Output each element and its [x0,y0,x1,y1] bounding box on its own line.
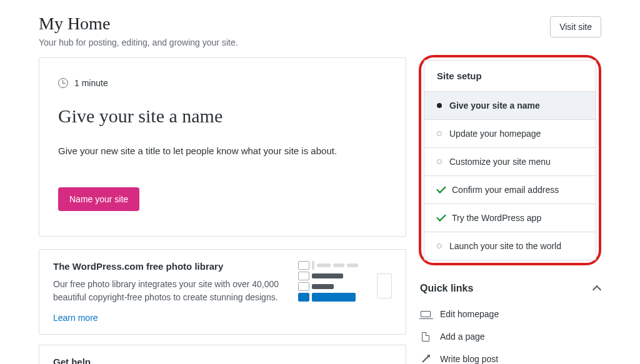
setup-item-launch-site[interactable]: Launch your site to the world [424,232,596,260]
name-your-site-button[interactable]: Name your site [58,187,139,211]
setup-item-label: Launch your site to the world [449,241,561,251]
bullet-pending-icon [437,159,442,164]
quick-link-edit-homepage[interactable]: Edit homepage [419,303,601,325]
get-help-card[interactable]: Get help [39,345,406,364]
quick-link-label: Write blog post [440,354,498,364]
setup-item-label: Customize your site menu [449,157,551,167]
setup-item-confirm-email[interactable]: Confirm your email address [424,176,596,204]
photo-card-description: Our free photo library integrates your s… [53,278,288,304]
setup-item-label: Give your site a name [449,101,540,111]
pen-icon [422,355,429,362]
task-card: 1 minute Give your site a name Give your… [39,57,406,237]
laptop-icon [421,311,431,317]
page-title: My Home [39,14,238,34]
check-icon [436,184,446,194]
site-setup-heading: Site setup [424,61,596,92]
setup-item-name-site[interactable]: Give your site a name [424,92,596,120]
setup-item-customize-menu[interactable]: Customize your site menu [424,148,596,176]
quick-link-label: Add a page [440,332,485,342]
setup-item-label: Try the WordPress app [452,213,541,223]
photo-library-card: The WordPress.com free photo library Our… [39,249,406,335]
bullet-active-icon [437,103,442,108]
bullet-pending-icon [437,131,442,136]
photo-card-title: The WordPress.com free photo library [53,261,288,272]
setup-item-try-app[interactable]: Try the WordPress app [424,204,596,232]
task-duration: 1 minute [74,78,108,88]
quick-links-header[interactable]: Quick links [419,279,601,303]
task-title: Give your site a name [58,106,387,127]
quick-links-heading: Quick links [420,283,473,294]
help-title: Get help [53,357,91,364]
learn-more-link[interactable]: Learn more [53,313,98,323]
setup-item-update-homepage[interactable]: Update your homepage [424,120,596,148]
chevron-up-icon [592,285,601,294]
setup-item-label: Update your homepage [449,129,541,139]
quick-link-add-page[interactable]: Add a page [419,325,601,348]
check-icon [436,212,446,222]
task-description: Give your new site a title to let people… [58,145,387,156]
bullet-pending-icon [437,243,442,248]
visit-site-button[interactable]: Visit site [550,16,601,37]
quick-link-write-post[interactable]: Write blog post [419,348,601,364]
quick-link-label: Edit homepage [440,309,499,319]
page-subtitle: Your hub for posting, editing, and growi… [39,37,238,47]
clock-icon [58,78,68,88]
photo-illustration [298,261,392,315]
setup-item-label: Confirm your email address [452,185,559,195]
quick-links-panel: Quick links Edit homepage Add a page Wri… [419,279,601,364]
page-icon [422,332,429,342]
site-setup-panel: Site setup Give your site a name Update … [419,55,601,265]
